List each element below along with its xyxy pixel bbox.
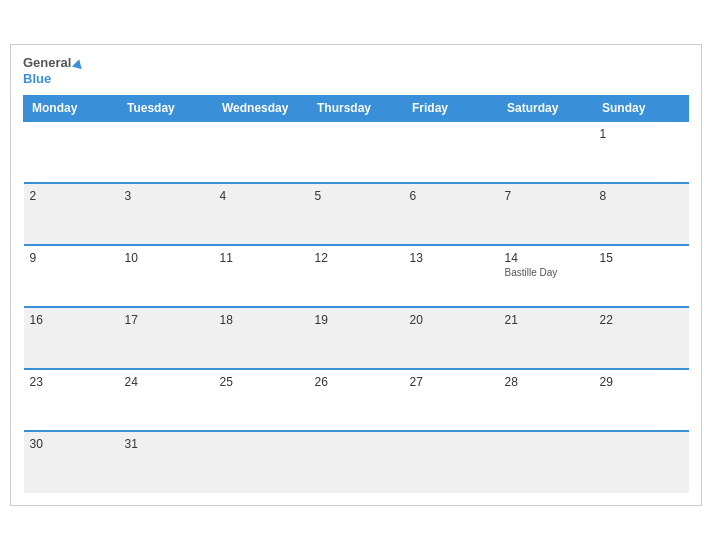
weekday-sunday: Sunday (594, 95, 689, 121)
day-number: 7 (505, 189, 588, 203)
calendar-header: General Blue (23, 55, 689, 86)
day-cell: 20 (404, 307, 499, 369)
day-number: 20 (410, 313, 493, 327)
day-number: 4 (220, 189, 303, 203)
day-cell: 27 (404, 369, 499, 431)
day-cell: 23 (24, 369, 119, 431)
day-number: 1 (600, 127, 683, 141)
day-number: 25 (220, 375, 303, 389)
weekday-wednesday: Wednesday (214, 95, 309, 121)
day-cell: 5 (309, 183, 404, 245)
day-cell (214, 121, 309, 183)
day-number: 2 (30, 189, 113, 203)
day-number: 23 (30, 375, 113, 389)
logo-blue: Blue (23, 71, 85, 87)
day-number: 22 (600, 313, 683, 327)
day-cell: 21 (499, 307, 594, 369)
week-row-2: 2345678 (24, 183, 689, 245)
day-number: 27 (410, 375, 493, 389)
weekday-tuesday: Tuesday (119, 95, 214, 121)
day-cell: 19 (309, 307, 404, 369)
day-number: 10 (125, 251, 208, 265)
day-cell: 8 (594, 183, 689, 245)
day-number: 8 (600, 189, 683, 203)
day-cell: 31 (119, 431, 214, 493)
day-cell (594, 431, 689, 493)
day-cell: 22 (594, 307, 689, 369)
day-number: 18 (220, 313, 303, 327)
day-number: 9 (30, 251, 113, 265)
logo: General Blue (23, 55, 85, 86)
day-cell: 11 (214, 245, 309, 307)
week-row-4: 16171819202122 (24, 307, 689, 369)
week-row-1: 1 (24, 121, 689, 183)
week-row-3: 91011121314Bastille Day15 (24, 245, 689, 307)
day-number: 3 (125, 189, 208, 203)
day-number: 12 (315, 251, 398, 265)
day-number: 5 (315, 189, 398, 203)
day-cell (119, 121, 214, 183)
day-cell: 12 (309, 245, 404, 307)
calendar-container: General Blue MondayTuesdayWednesdayThurs… (10, 44, 702, 505)
day-number: 29 (600, 375, 683, 389)
day-cell (309, 121, 404, 183)
weekday-header-row: MondayTuesdayWednesdayThursdayFridaySatu… (24, 95, 689, 121)
day-number: 21 (505, 313, 588, 327)
day-cell (309, 431, 404, 493)
day-cell: 26 (309, 369, 404, 431)
logo-triangle-icon (72, 58, 84, 69)
day-number: 30 (30, 437, 113, 451)
day-cell: 28 (499, 369, 594, 431)
day-number: 26 (315, 375, 398, 389)
day-cell: 29 (594, 369, 689, 431)
weekday-saturday: Saturday (499, 95, 594, 121)
day-cell (214, 431, 309, 493)
weekday-friday: Friday (404, 95, 499, 121)
day-number: 6 (410, 189, 493, 203)
day-cell: 2 (24, 183, 119, 245)
day-cell (499, 431, 594, 493)
calendar-table: MondayTuesdayWednesdayThursdayFridaySatu… (23, 95, 689, 493)
day-cell: 15 (594, 245, 689, 307)
day-cell: 30 (24, 431, 119, 493)
week-row-5: 23242526272829 (24, 369, 689, 431)
day-number: 19 (315, 313, 398, 327)
day-number: 24 (125, 375, 208, 389)
day-cell: 4 (214, 183, 309, 245)
day-cell (499, 121, 594, 183)
day-cell (404, 431, 499, 493)
holiday-label: Bastille Day (505, 267, 588, 278)
day-number: 28 (505, 375, 588, 389)
logo-general: General (23, 55, 71, 71)
day-cell: 24 (119, 369, 214, 431)
day-cell (24, 121, 119, 183)
day-number: 15 (600, 251, 683, 265)
day-cell: 6 (404, 183, 499, 245)
day-number: 17 (125, 313, 208, 327)
day-cell: 3 (119, 183, 214, 245)
day-number: 13 (410, 251, 493, 265)
day-number: 16 (30, 313, 113, 327)
day-number: 14 (505, 251, 588, 265)
day-number: 31 (125, 437, 208, 451)
weekday-monday: Monday (24, 95, 119, 121)
day-cell: 7 (499, 183, 594, 245)
day-cell (404, 121, 499, 183)
week-row-6: 3031 (24, 431, 689, 493)
day-cell: 9 (24, 245, 119, 307)
day-number: 11 (220, 251, 303, 265)
day-cell: 18 (214, 307, 309, 369)
day-cell: 17 (119, 307, 214, 369)
day-cell: 1 (594, 121, 689, 183)
day-cell: 13 (404, 245, 499, 307)
weekday-thursday: Thursday (309, 95, 404, 121)
day-cell: 10 (119, 245, 214, 307)
day-cell: 25 (214, 369, 309, 431)
day-cell: 14Bastille Day (499, 245, 594, 307)
day-cell: 16 (24, 307, 119, 369)
